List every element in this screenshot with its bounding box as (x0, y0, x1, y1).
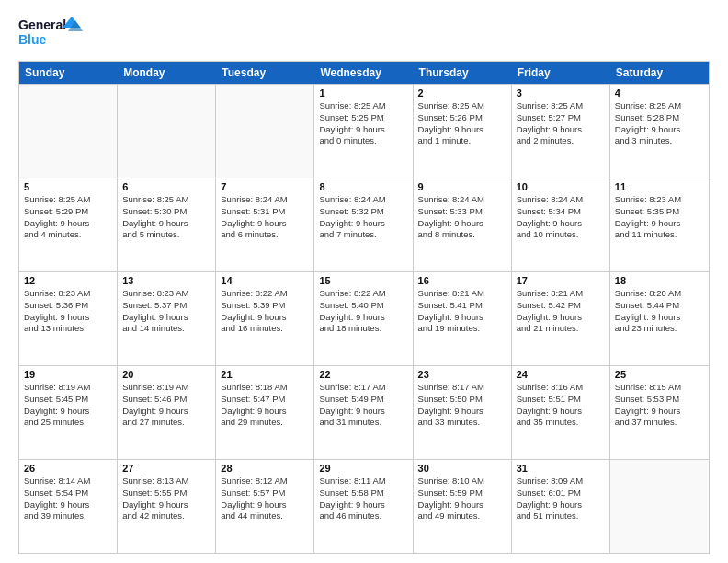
cell-info-line: Sunrise: 8:18 AM (221, 382, 309, 394)
cell-info-line: and 19 minutes. (418, 323, 506, 335)
cal-cell-2-2: 14Sunrise: 8:22 AMSunset: 5:39 PMDayligh… (216, 272, 314, 365)
cell-info-line: and 4 minutes. (24, 229, 112, 241)
cell-info-line: and 37 minutes. (615, 417, 704, 429)
cell-info-line: Sunrise: 8:17 AM (319, 382, 407, 394)
cal-cell-2-1: 13Sunrise: 8:23 AMSunset: 5:37 PMDayligh… (118, 272, 216, 365)
day-number: 6 (122, 181, 210, 192)
cell-info-line: Daylight: 9 hours (319, 312, 407, 324)
cal-cell-3-3: 22Sunrise: 8:17 AMSunset: 5:49 PMDayligh… (314, 366, 413, 459)
cell-info-line: and 31 minutes. (319, 417, 407, 429)
cell-info-line: Sunset: 5:40 PM (319, 300, 407, 312)
week-row-4: 19Sunrise: 8:19 AMSunset: 5:45 PMDayligh… (19, 365, 709, 459)
cell-info-line: Daylight: 9 hours (24, 312, 112, 324)
cell-info-line: Daylight: 9 hours (418, 124, 506, 136)
cell-info-line: Sunrise: 8:24 AM (517, 194, 605, 206)
cell-info-line: Sunrise: 8:13 AM (122, 476, 210, 488)
cell-info-line: and 14 minutes. (122, 323, 210, 335)
cal-cell-0-3: 1Sunrise: 8:25 AMSunset: 5:25 PMDaylight… (314, 85, 413, 178)
cell-info-line: Daylight: 9 hours (418, 312, 506, 324)
cell-info-line: Sunset: 5:45 PM (24, 394, 112, 406)
logo-icon: General Blue (18, 15, 83, 53)
cal-cell-4-4: 30Sunrise: 8:10 AMSunset: 5:59 PMDayligh… (414, 460, 512, 553)
cell-info-line: and 27 minutes. (122, 417, 210, 429)
cell-info-line: Sunset: 5:44 PM (615, 300, 704, 312)
cell-info-line: Daylight: 9 hours (221, 500, 309, 511)
cell-info-line: Sunset: 5:28 PM (615, 112, 704, 124)
page: General Blue Sunday Monday Tuesday Wedne… (0, 0, 728, 563)
cal-cell-4-1: 27Sunrise: 8:13 AMSunset: 5:55 PMDayligh… (118, 460, 216, 553)
cell-info-line: Daylight: 9 hours (122, 312, 210, 324)
cell-info-line: and 7 minutes. (319, 229, 407, 241)
logo: General Blue (18, 15, 83, 53)
day-number: 7 (221, 181, 309, 192)
cal-cell-4-5: 31Sunrise: 8:09 AMSunset: 6:01 PMDayligh… (512, 460, 610, 553)
cell-info-line: Sunrise: 8:12 AM (221, 476, 309, 488)
calendar: Sunday Monday Tuesday Wednesday Thursday… (18, 61, 710, 554)
cal-cell-0-2 (216, 85, 314, 178)
cell-info-line: Daylight: 9 hours (517, 500, 605, 511)
cal-cell-3-5: 24Sunrise: 8:16 AMSunset: 5:51 PMDayligh… (512, 366, 610, 459)
week-row-5: 26Sunrise: 8:14 AMSunset: 5:54 PMDayligh… (19, 459, 709, 553)
cell-info-line: Sunset: 5:47 PM (221, 394, 309, 406)
day-number: 29 (319, 463, 407, 474)
cell-info-line: Daylight: 9 hours (517, 312, 605, 324)
day-number: 11 (615, 181, 704, 192)
cell-info-line: Daylight: 9 hours (319, 500, 407, 511)
cell-info-line: Daylight: 9 hours (517, 218, 605, 230)
cell-info-line: Sunrise: 8:20 AM (615, 288, 704, 300)
cal-cell-1-2: 7Sunrise: 8:24 AMSunset: 5:31 PMDaylight… (216, 178, 314, 271)
day-number: 20 (122, 369, 210, 380)
cell-info-line: and 0 minutes. (319, 135, 407, 147)
cell-info-line: and 51 minutes. (517, 511, 605, 523)
cal-cell-3-2: 21Sunrise: 8:18 AMSunset: 5:47 PMDayligh… (216, 366, 314, 459)
calendar-body: 1Sunrise: 8:25 AMSunset: 5:25 PMDaylight… (19, 84, 709, 553)
cell-info-line: Sunrise: 8:25 AM (615, 100, 704, 112)
day-number: 27 (122, 463, 210, 474)
cal-cell-4-0: 26Sunrise: 8:14 AMSunset: 5:54 PMDayligh… (19, 460, 118, 553)
cell-info-line: and 21 minutes. (517, 323, 605, 335)
cell-info-line: Sunset: 5:36 PM (24, 300, 112, 312)
cell-info-line: and 33 minutes. (418, 417, 506, 429)
cell-info-line: Sunrise: 8:25 AM (122, 194, 210, 206)
cal-cell-4-6 (610, 460, 709, 553)
cell-info-line: Sunset: 5:59 PM (418, 488, 506, 500)
cell-info-line: Sunset: 5:57 PM (221, 488, 309, 500)
cell-info-line: and 6 minutes. (221, 229, 309, 241)
day-number: 4 (615, 87, 704, 98)
cal-cell-2-4: 16Sunrise: 8:21 AMSunset: 5:41 PMDayligh… (414, 272, 512, 365)
cell-info-line: and 23 minutes. (615, 323, 704, 335)
header-wednesday: Wednesday (314, 62, 413, 84)
cell-info-line: Sunrise: 8:16 AM (517, 382, 605, 394)
cal-cell-1-4: 9Sunrise: 8:24 AMSunset: 5:33 PMDaylight… (414, 178, 512, 271)
day-number: 17 (517, 275, 605, 286)
day-number: 26 (24, 463, 112, 474)
cell-info-line: Sunset: 5:41 PM (418, 300, 506, 312)
cell-info-line: Sunrise: 8:21 AM (517, 288, 605, 300)
day-number: 9 (418, 181, 506, 192)
day-number: 25 (615, 369, 704, 380)
cal-cell-1-3: 8Sunrise: 8:24 AMSunset: 5:32 PMDaylight… (314, 178, 413, 271)
cal-cell-3-6: 25Sunrise: 8:15 AMSunset: 5:53 PMDayligh… (610, 366, 709, 459)
cell-info-line: Daylight: 9 hours (221, 406, 309, 418)
week-row-3: 12Sunrise: 8:23 AMSunset: 5:36 PMDayligh… (19, 271, 709, 365)
day-number: 13 (122, 275, 210, 286)
cell-info-line: Daylight: 9 hours (615, 312, 704, 324)
cell-info-line: and 2 minutes. (517, 135, 605, 147)
cell-info-line: Sunset: 5:34 PM (517, 206, 605, 218)
cell-info-line: Sunrise: 8:23 AM (615, 194, 704, 206)
cal-cell-0-0 (19, 85, 118, 178)
cell-info-line: Sunrise: 8:09 AM (517, 476, 605, 488)
cell-info-line: Sunset: 5:55 PM (122, 488, 210, 500)
cell-info-line: Daylight: 9 hours (24, 406, 112, 418)
svg-text:Blue: Blue (18, 32, 47, 47)
day-number: 19 (24, 369, 112, 380)
calendar-header: Sunday Monday Tuesday Wednesday Thursday… (19, 62, 709, 84)
cal-cell-4-2: 28Sunrise: 8:12 AMSunset: 5:57 PMDayligh… (216, 460, 314, 553)
cell-info-line: Sunset: 5:54 PM (24, 488, 112, 500)
cell-info-line: and 3 minutes. (615, 135, 704, 147)
cell-info-line: Daylight: 9 hours (517, 406, 605, 418)
cell-info-line: Sunset: 5:49 PM (319, 394, 407, 406)
cell-info-line: Sunrise: 8:25 AM (418, 100, 506, 112)
cell-info-line: Daylight: 9 hours (122, 500, 210, 511)
cal-cell-3-0: 19Sunrise: 8:19 AMSunset: 5:45 PMDayligh… (19, 366, 118, 459)
